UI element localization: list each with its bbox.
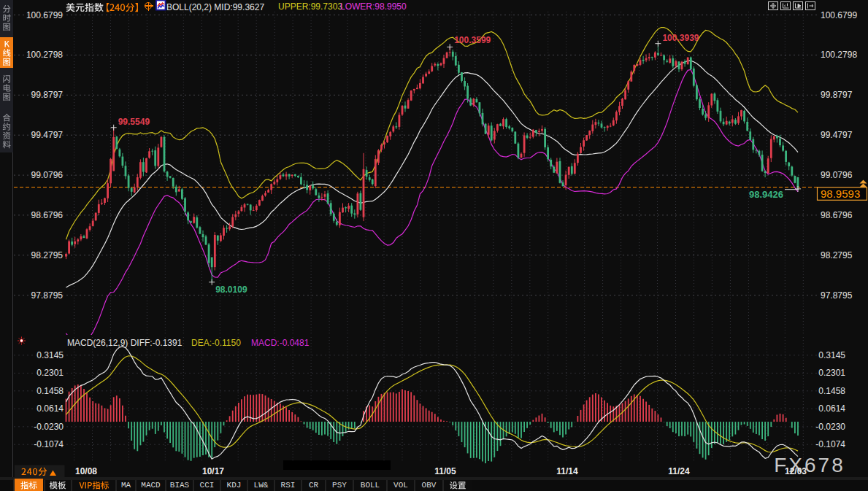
svg-text:100.3939: 100.3939 [662, 33, 699, 43]
svg-text:100.2798: 100.2798 [26, 50, 63, 60]
svg-text:0.1458: 0.1458 [818, 386, 845, 396]
svg-text:98.6796: 98.6796 [31, 210, 64, 220]
svg-text:0.2301: 0.2301 [818, 368, 845, 378]
svg-text:11/14: 11/14 [556, 466, 578, 476]
svg-text:97.8795: 97.8795 [821, 290, 853, 301]
svg-text:-0.0230: -0.0230 [815, 422, 845, 432]
svg-text:-0.1074: -0.1074 [815, 439, 845, 449]
svg-text:99.0796: 99.0796 [31, 170, 64, 180]
svg-text:99.8797: 99.8797 [31, 90, 64, 100]
svg-text:99.5549: 99.5549 [118, 117, 150, 127]
svg-text:99.4797: 99.4797 [821, 130, 853, 140]
svg-text:MACD:-0.0481: MACD:-0.0481 [251, 338, 310, 348]
svg-text:99.4797: 99.4797 [31, 130, 64, 140]
svg-text:98.6796: 98.6796 [821, 210, 853, 220]
svg-text:97.8795: 97.8795 [31, 290, 64, 301]
svg-text:10/08: 10/08 [75, 466, 97, 476]
svg-text:0.0614: 0.0614 [818, 403, 845, 414]
svg-text:MACD(26,12,9) DIFF:-0.1391: MACD(26,12,9) DIFF:-0.1391 [67, 338, 183, 348]
svg-text:11/24: 11/24 [668, 466, 690, 476]
svg-text:0.2301: 0.2301 [37, 368, 64, 378]
svg-text:-0.0230: -0.0230 [34, 422, 64, 432]
svg-text:0.3145: 0.3145 [818, 350, 845, 360]
svg-text:-0.1074: -0.1074 [34, 439, 64, 449]
svg-text:0.0614: 0.0614 [37, 403, 64, 414]
svg-text:0.3145: 0.3145 [37, 350, 64, 360]
svg-text:11/05: 11/05 [434, 466, 456, 476]
svg-text:12/03: 12/03 [785, 466, 807, 476]
svg-text:DEA:-0.1150: DEA:-0.1150 [191, 338, 241, 348]
svg-text:100.2798: 100.2798 [821, 50, 857, 60]
svg-text:98.9426: 98.9426 [749, 189, 783, 200]
svg-text:99.0796: 99.0796 [821, 170, 853, 180]
svg-text:98.9593: 98.9593 [821, 187, 860, 200]
svg-text:99.8797: 99.8797 [821, 90, 853, 100]
svg-text:98.0109: 98.0109 [215, 285, 247, 295]
svg-text:98.2795: 98.2795 [821, 250, 853, 260]
svg-text:10/17: 10/17 [202, 466, 224, 476]
svg-text:0.1458: 0.1458 [37, 386, 64, 396]
svg-text:100.3599: 100.3599 [454, 35, 491, 45]
svg-text:98.2795: 98.2795 [31, 250, 64, 260]
